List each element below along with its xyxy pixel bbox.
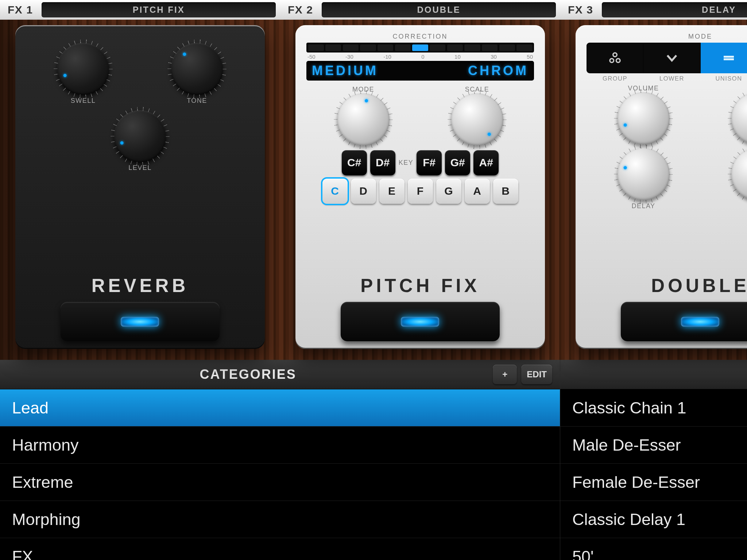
fx-name-pill[interactable]: DOUBLE — [322, 2, 556, 18]
key-g#[interactable]: G# — [445, 150, 470, 175]
fx-name-pill[interactable]: DELAY — [602, 2, 747, 18]
footswitch[interactable] — [61, 302, 220, 341]
presets-panel: PRESETS + EDIT SAVE Classic Chain 1Male … — [560, 360, 747, 560]
lcd-left: MEDIUM — [312, 63, 378, 78]
pedal-title: DOUBLE — [587, 275, 747, 296]
preset-row[interactable]: 50' — [560, 538, 747, 560]
svg-point-2 — [616, 59, 620, 63]
category-row[interactable]: Harmony — [0, 427, 560, 464]
footswitch[interactable] — [341, 302, 500, 341]
mode-knob[interactable] — [337, 93, 390, 146]
categories-title: CATEGORIES — [8, 367, 488, 382]
pedalboard: CORRECTION -50-30-100103050 MEDIUM CHROM… — [0, 20, 747, 360]
category-row[interactable]: FX — [0, 538, 560, 560]
fx-slot-label: FX 1 — [4, 4, 36, 16]
category-list[interactable]: LeadHarmonyExtremeMorphingFX — [0, 389, 560, 560]
delay-knob[interactable] — [617, 148, 670, 201]
pedal-title: REVERB — [26, 275, 254, 296]
fx-slot-label: FX 3 — [565, 4, 596, 16]
lcd-display: MEDIUM CHROM — [306, 61, 534, 81]
presets-title: PRESETS — [568, 367, 747, 382]
correction-label: CORRECTION — [306, 33, 534, 40]
category-row[interactable]: Morphing — [0, 501, 560, 538]
fx-tab-2[interactable]: FX 2 DOUBLE — [280, 0, 560, 20]
key-grid: C#D#KEYF#G#A# CDEFGAB — [306, 150, 534, 204]
mode-group-button[interactable] — [587, 43, 643, 73]
led-icon — [401, 317, 439, 327]
key-c#[interactable]: C# — [342, 150, 367, 175]
pedal-pitchfix: CORRECTION -50-30-100103050 MEDIUM CHROM… — [295, 25, 545, 349]
preset-row[interactable]: Male De-Esser — [560, 427, 747, 464]
correction-ticks: -50-30-100103050 — [306, 54, 534, 60]
category-row[interactable]: Extreme — [0, 464, 560, 501]
svg-point-0 — [613, 53, 617, 57]
add-category-button[interactable]: + — [493, 365, 517, 384]
key-e[interactable]: E — [379, 179, 405, 204]
key-f[interactable]: F — [408, 179, 433, 204]
mode-row — [587, 43, 747, 73]
key-f#[interactable]: F# — [417, 150, 442, 175]
lists: CATEGORIES + EDIT LeadHarmonyExtremeMorp… — [0, 360, 747, 560]
preset-list[interactable]: Classic Chain 1Male De-EsserFemale De-Es… — [560, 389, 747, 560]
categories-panel: CATEGORIES + EDIT LeadHarmonyExtremeMorp… — [0, 360, 560, 560]
correction-meter — [306, 43, 534, 52]
key-d[interactable]: D — [351, 179, 376, 204]
key-a#[interactable]: A# — [473, 150, 499, 175]
preset-row[interactable]: Female De-Esser — [560, 464, 747, 501]
svg-point-1 — [610, 59, 614, 63]
key-a[interactable]: A — [465, 179, 490, 204]
level-knob[interactable] — [114, 110, 166, 163]
fx-tab-1[interactable]: FX 1 PITCH FIX — [0, 0, 280, 20]
categories-header: CATEGORIES + EDIT — [0, 360, 560, 389]
pan-knob[interactable] — [731, 92, 747, 145]
presets-header: PRESETS + EDIT SAVE — [560, 360, 747, 389]
fx-tab-bar: FX 1 PITCH FIX FX 2 DOUBLE FX 3 DELAY FX… — [0, 0, 747, 20]
volume-knob[interactable] — [617, 92, 670, 145]
drywet-knob[interactable] — [731, 148, 747, 201]
swell-knob[interactable] — [57, 43, 109, 95]
pedal-title: PITCH FIX — [306, 275, 534, 296]
preset-row[interactable]: Classic Delay 1 — [560, 501, 747, 538]
tone-knob[interactable] — [171, 43, 223, 95]
edit-categories-button[interactable]: EDIT — [521, 365, 552, 384]
preset-row[interactable]: Classic Chain 1 — [560, 389, 747, 427]
category-row[interactable]: Lead — [0, 389, 560, 427]
mode-lower-button[interactable] — [643, 43, 700, 73]
pedal-reverb: SWELL TONE LEVEL REVERB — [15, 25, 265, 349]
mode-section-label: MODE — [587, 33, 747, 40]
key-c[interactable]: C — [322, 179, 348, 204]
key-label: KEY — [399, 159, 414, 167]
key-d#[interactable]: D# — [370, 150, 395, 175]
mode-unison-label: UNISON — [700, 75, 747, 82]
led-icon — [681, 317, 719, 327]
lcd-right: CHROM — [468, 63, 529, 78]
fx-slot-label: FX 2 — [285, 4, 316, 16]
footswitch[interactable] — [621, 302, 747, 341]
mode-group-label: GROUP — [587, 75, 643, 82]
mode-labels: GROUPLOWERUNISONHIGHER — [587, 73, 747, 82]
key-g[interactable]: G — [436, 179, 461, 204]
mode-unison-button[interactable] — [701, 43, 747, 73]
scale-knob[interactable] — [451, 93, 503, 146]
pedal-double: MODE GROUPLOWERUNISONHIGHER VOLUME PAN D… — [576, 25, 747, 349]
fx-name-pill[interactable]: PITCH FIX — [42, 2, 276, 18]
fx-tab-3[interactable]: FX 3 DELAY — [560, 0, 747, 20]
key-b[interactable]: B — [493, 179, 518, 204]
mode-lower-label: LOWER — [643, 75, 700, 82]
led-icon — [121, 317, 159, 327]
